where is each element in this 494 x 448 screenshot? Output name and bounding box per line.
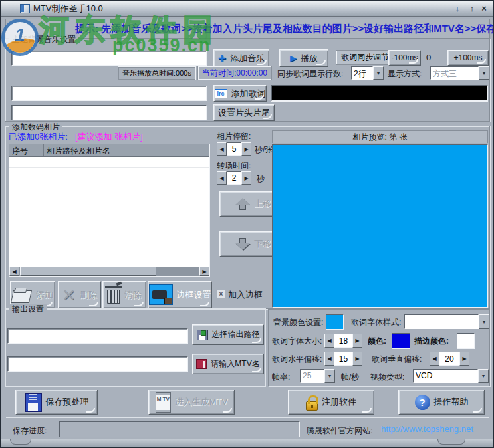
photo-table-header: 序号 相片路径及相片名	[9, 144, 209, 157]
horizontal-scrollbar[interactable]: ◀ ▶	[9, 267, 209, 276]
display-mode-select[interactable]: 方式三 ▾	[430, 66, 489, 80]
photo-stay-label: 相片停留:	[217, 131, 251, 142]
font-style-select[interactable]: ▾	[404, 314, 489, 329]
increment-icon[interactable]: ▶	[241, 142, 251, 156]
increment-icon[interactable]: ▶	[459, 352, 469, 366]
clear-photos-label: 清除	[124, 289, 142, 301]
close-icon[interactable]: ×	[478, 3, 490, 14]
photo-table-body[interactable]	[9, 158, 209, 267]
current-time-value: 当前时间:00:00:00	[198, 66, 271, 80]
save-preprocess-button[interactable]: 保存预处理	[15, 390, 98, 415]
framerate-select[interactable]: 25 ▾	[300, 369, 335, 383]
plus-icon: +	[218, 54, 226, 63]
save-preprocess-label: 保存预处理	[46, 396, 89, 408]
floppy-disk-icon	[25, 393, 42, 412]
output-path-input[interactable]	[7, 328, 188, 344]
total-time-label: 音乐播放总时间:000s	[118, 67, 195, 80]
increment-icon[interactable]: ▶	[241, 171, 251, 185]
generate-mtv-button[interactable]: M TV 进入生成MTV	[148, 390, 235, 415]
output-group-title: 输出设置	[9, 304, 47, 315]
lyric-lines-select[interactable]: 2行 ▾	[351, 66, 384, 80]
arrow-up-icon	[235, 198, 250, 210]
lyric-path-input[interactable]	[11, 86, 207, 101]
increment-icon[interactable]: ▶	[352, 352, 362, 366]
chevron-down-icon[interactable]: ▾	[373, 66, 384, 80]
delete-x-icon: ✕	[62, 287, 76, 303]
lyric-color-swatch[interactable]	[392, 333, 410, 349]
set-intro-outro-button[interactable]: 设置片头片尾	[213, 104, 275, 121]
play-icon: ▶	[290, 53, 297, 63]
decrement-icon[interactable]: ◀	[324, 352, 334, 366]
scroll-right-icon[interactable]: ▶	[199, 267, 209, 276]
font-size-label: 歌词字体大小:	[272, 336, 322, 347]
video-type-select[interactable]: VCD ▾	[413, 369, 489, 383]
minus-100ms-button[interactable]: -100ms	[388, 50, 421, 66]
maximize-icon[interactable]: ↑	[466, 3, 478, 14]
operation-help-button[interactable]: ? 操作帮助	[398, 390, 485, 415]
plus-100ms-button[interactable]: +100ms	[447, 50, 489, 66]
h-offset-value: 15	[334, 352, 352, 366]
disk-icon	[197, 330, 208, 340]
arrow-down-icon	[235, 238, 250, 250]
chevron-down-icon[interactable]: ▾	[324, 369, 335, 383]
title-bar: MTV制作圣手10.0	[1, 1, 493, 17]
decrement-icon[interactable]: ◀	[217, 171, 227, 185]
scroll-left-icon[interactable]: ◀	[9, 267, 19, 276]
decrement-icon[interactable]: ◀	[324, 334, 334, 348]
minimize-icon[interactable]: ↓	[451, 3, 463, 14]
display-mode-label: 显示方式:	[388, 68, 422, 80]
photo-preview-title: 相片预览: 第 张	[272, 130, 488, 143]
delete-photo-button[interactable]: ✕ 删除	[58, 281, 101, 308]
video-type-value: VCD	[413, 369, 478, 383]
photo-stay-stepper[interactable]: ◀ 5 ▶	[217, 142, 251, 156]
hint-text: 提示: 先添加音乐及歌词>>接着加入片头片尾及相应数目的图片>>设好输出路径和M…	[75, 19, 494, 38]
folder-icon	[12, 288, 32, 302]
app-window: MTV制作圣手10.0 ↓ ↑ × 提示: 先添加音乐及歌词>>接着加入片头片尾…	[0, 0, 494, 448]
add-border-checkbox[interactable]: ×	[217, 290, 225, 298]
play-label: 播放	[301, 53, 318, 64]
font-size-stepper[interactable]: ◀ 18 ▶	[324, 334, 362, 348]
chevron-down-icon[interactable]: ▾	[479, 66, 489, 80]
lrc-icon: lrc	[215, 89, 227, 98]
increment-icon[interactable]: ▶	[352, 334, 362, 348]
column-index: 序号	[9, 144, 44, 156]
h-offset-stepper[interactable]: ◀ 15 ▶	[324, 352, 362, 366]
intro-path-input[interactable]	[11, 105, 207, 120]
bg-color-swatch[interactable]	[326, 314, 344, 330]
chevron-down-icon[interactable]: ▾	[479, 314, 489, 329]
photo-table[interactable]: 序号 相片路径及相片名 ◀ ▶	[9, 144, 210, 277]
operation-help-label: 操作帮助	[434, 396, 469, 408]
music-path-input[interactable]	[11, 51, 207, 66]
enter-mtv-name-button[interactable]: 请输入MTV名	[192, 354, 264, 374]
mtv-name-input[interactable]	[7, 356, 188, 372]
register-software-button[interactable]: 注册软件	[288, 390, 374, 415]
transition-stepper[interactable]: ◀ 2 ▶	[217, 171, 251, 185]
chevron-down-icon[interactable]: ▾	[478, 369, 489, 383]
scrollbar-thumb[interactable]	[20, 267, 156, 276]
official-site-link[interactable]: http://www.topsheng.net	[381, 424, 473, 434]
move-down-label: 下移	[254, 238, 271, 250]
photo-stay-value: 5	[227, 142, 241, 156]
divider	[6, 417, 489, 418]
lock-icon	[306, 401, 318, 411]
clear-photos-button[interactable]: 清除	[102, 281, 146, 308]
v-offset-stepper[interactable]: ◀ 20 ▶	[430, 352, 469, 366]
framerate-value: 25	[300, 369, 324, 383]
add-music-button[interactable]: + 添加音乐	[213, 49, 269, 67]
add-photo-label: 添加	[36, 289, 53, 301]
border-settings-button[interactable]: 边框设置	[148, 281, 212, 308]
add-border-label: 加入边框	[228, 289, 263, 301]
bg-color-label: 背景颜色设置:	[273, 317, 323, 328]
decrement-icon[interactable]: ◀	[430, 352, 439, 366]
decrement-icon[interactable]: ◀	[217, 142, 227, 156]
outline-color-swatch[interactable]	[457, 333, 475, 349]
play-button[interactable]: ▶ 播放	[279, 49, 328, 67]
add-music-label: 添加音乐	[230, 53, 265, 64]
add-lyric-button[interactable]: lrc 添加歌词	[213, 85, 267, 102]
official-site-label: 腾晟软件官方网站:	[307, 425, 372, 437]
outline-color-label: 描边颜色:	[414, 336, 449, 347]
window-bottom-edge	[1, 439, 494, 447]
choose-output-path-button[interactable]: 选择输出路径	[192, 324, 264, 345]
add-lyric-label: 添加歌词	[231, 88, 266, 100]
lyric-lines-label: 同步歌词显示行数:	[277, 68, 343, 80]
